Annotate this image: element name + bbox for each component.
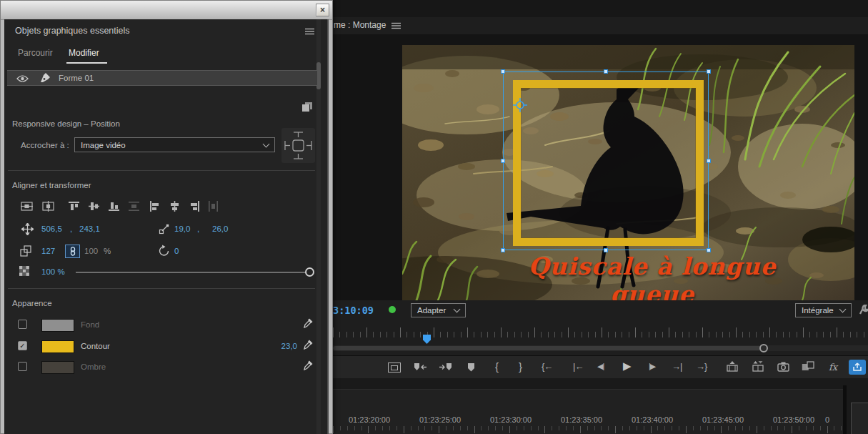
mark-in-button[interactable]: { (495, 360, 498, 373)
opacity-slider-handle[interactable] (305, 267, 314, 277)
go-to-next-marker-button[interactable] (439, 363, 452, 372)
zoom-level-dropdown[interactable]: Adapter (411, 303, 466, 317)
anchor-x-value[interactable]: 19,0 (174, 225, 190, 233)
go-to-in-button[interactable]: {← (542, 361, 552, 372)
window-right-border (327, 19, 329, 434)
mark-out-button[interactable]: } (519, 360, 522, 373)
panel-menu-icon[interactable] (305, 28, 314, 35)
align-right-button[interactable] (189, 201, 200, 212)
extract-button[interactable] (752, 361, 764, 373)
effects-badge-button[interactable]: fx (829, 362, 837, 373)
center-vertically-button[interactable] (42, 201, 54, 212)
step-forward-button[interactable]: |▶ (649, 362, 655, 371)
add-marker-button[interactable] (467, 363, 475, 372)
eye-icon[interactable] (16, 75, 29, 82)
program-timecode[interactable]: 3:10:09 (333, 305, 374, 316)
layer-row-forme01[interactable]: Forme 01 (7, 70, 317, 86)
ruler-label: 01:23:30:00 (490, 415, 532, 424)
lift-button[interactable] (727, 361, 738, 373)
playback-resolution-dropdown[interactable]: Intégrale (795, 303, 852, 317)
position-y-value[interactable]: 243,1 (79, 225, 100, 233)
panel-content: Objets graphiques essentiels Parcourir M… (4, 19, 327, 434)
ruler-ticks[interactable] (333, 426, 843, 434)
tab-parcourir[interactable]: Parcourir (18, 48, 53, 58)
pin-to-label: Accrocher à : (21, 141, 69, 149)
comparison-view-button[interactable] (802, 361, 814, 372)
rotation-icon (159, 245, 170, 256)
window-close-button[interactable]: × (316, 4, 329, 16)
shadow-eyedropper-icon[interactable] (304, 360, 314, 370)
chevron-down-icon (454, 306, 461, 313)
opacity-icon (19, 266, 29, 276)
align-transform-heading: Aligner et transformer (12, 181, 91, 189)
selection-handle-nw[interactable] (501, 69, 505, 74)
export-frame-button[interactable] (777, 362, 789, 372)
distribute-vertically-button[interactable] (129, 201, 139, 212)
scale-unit: % (104, 247, 111, 255)
zoom-level-value: Adapter (417, 306, 446, 315)
scale-y-value[interactable]: 100 (84, 247, 98, 255)
position-icon (21, 223, 34, 235)
anchor-y-value[interactable]: 26,0 (212, 225, 228, 233)
timeline-ruler-area[interactable]: 01:23:20:00 01:23:25:00 01:23:30:00 01:2… (333, 389, 843, 434)
fill-eyedropper-icon[interactable] (304, 317, 314, 328)
panel-title: Objets graphiques essentiels (15, 26, 130, 36)
scale-link-toggle[interactable] (65, 245, 80, 258)
program-panel-menu-icon[interactable] (391, 22, 401, 29)
align-top-button[interactable] (69, 201, 79, 212)
selection-bounding-box[interactable] (503, 71, 709, 250)
align-left-button[interactable] (149, 201, 160, 212)
chevron-down-icon (839, 306, 847, 313)
shadow-color-swatch[interactable] (41, 361, 74, 374)
pin-to-dropdown[interactable]: Image vidéo (74, 137, 275, 152)
shadow-checkbox[interactable] (18, 362, 27, 371)
go-to-out-button[interactable]: →} (696, 361, 707, 372)
position-x-value[interactable]: 506,5 (41, 225, 62, 233)
monitor-zoom-scrollbar-bar[interactable] (333, 346, 764, 350)
safe-margins-button[interactable] (388, 363, 401, 373)
stroke-eyedropper-icon[interactable] (304, 339, 314, 350)
playback-resolution-value: Intégrale (802, 306, 834, 315)
step-back-button[interactable]: ◀| (597, 362, 604, 371)
align-vertical-center-button[interactable] (89, 201, 99, 212)
selection-handle-ne[interactable] (707, 69, 711, 74)
window-title-bar[interactable] (1, 1, 332, 20)
go-to-previous-marker-button[interactable] (414, 363, 427, 372)
go-to-next-edit-button[interactable]: →| (672, 361, 682, 372)
anchor-point-icon[interactable] (513, 98, 527, 112)
ruler-label: 01:23:35:00 (561, 415, 602, 424)
opacity-value[interactable]: 100 % (41, 267, 65, 276)
stroke-color-swatch[interactable] (41, 340, 74, 353)
program-panel-top-strip (333, 0, 868, 17)
align-horizontal-center-button[interactable] (169, 201, 180, 212)
rotation-value[interactable]: 0 (174, 247, 179, 255)
video-frame[interactable]: Quiscale à longue queue (402, 45, 854, 300)
pen-icon[interactable] (39, 73, 50, 84)
selection-handle-e[interactable] (707, 159, 711, 163)
stroke-checkbox[interactable]: ✓ (18, 341, 27, 350)
selection-handle-w[interactable] (501, 159, 505, 163)
new-layer-icon[interactable] (302, 102, 312, 112)
pin-widget[interactable] (281, 128, 315, 163)
opacity-slider-track[interactable] (76, 272, 308, 273)
fill-color-swatch[interactable] (41, 319, 74, 332)
go-to-previous-edit-button[interactable]: |← (573, 361, 583, 372)
center-horizontally-button[interactable] (21, 201, 33, 212)
monitor-time-ruler[interactable] (333, 325, 868, 337)
export-button[interactable] (849, 360, 866, 375)
stroke-width-value[interactable]: 23,0 (276, 342, 297, 350)
divider (8, 288, 315, 289)
program-panel-title: me : Montage (334, 20, 386, 30)
tab-modifier[interactable]: Modifier (69, 48, 99, 58)
video-title-overlay[interactable]: Quiscale à longue queue (492, 252, 813, 300)
scale-x-value[interactable]: 127 (41, 247, 55, 255)
align-bottom-button[interactable] (109, 201, 119, 212)
fill-checkbox[interactable] (18, 320, 27, 329)
monitor-playhead[interactable] (423, 335, 431, 344)
distribute-horizontally-button[interactable] (208, 201, 219, 212)
selection-handle-n[interactable] (604, 69, 608, 74)
timeline-corner-box (851, 403, 868, 434)
settings-wrench-icon[interactable] (859, 305, 868, 315)
monitor-zoom-scrollbar-handle[interactable] (759, 344, 768, 352)
play-button[interactable]: ▶ (623, 360, 631, 373)
